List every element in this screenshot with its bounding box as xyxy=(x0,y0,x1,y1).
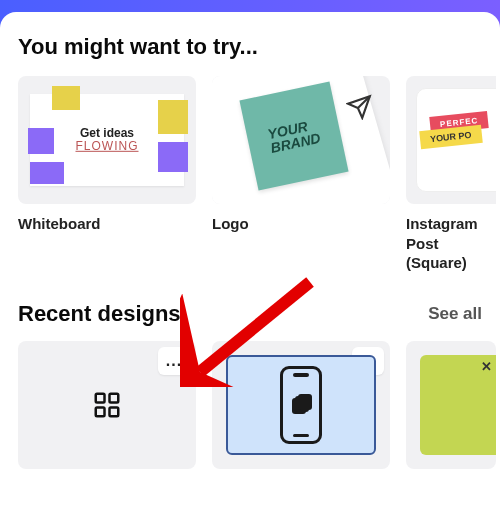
template-label-instagram: Instagram Post (Square) xyxy=(406,214,496,273)
template-card-logo[interactable]: YOUR BRAND Logo xyxy=(212,76,390,273)
recent-heading: Recent designs xyxy=(18,301,181,327)
whiteboard-art-text-2: FLOWING xyxy=(76,140,139,153)
paper-plane-icon xyxy=(346,94,372,120)
svg-rect-3 xyxy=(110,407,119,416)
ig-art-band-2: YOUR PO xyxy=(419,125,482,149)
svg-rect-0 xyxy=(96,393,105,402)
more-button[interactable]: ... xyxy=(158,347,190,375)
template-thumb-whiteboard: Get ideas FLOWING xyxy=(18,76,196,204)
grid-icon xyxy=(92,390,122,420)
see-all-link[interactable]: See all xyxy=(428,304,482,324)
stack-icon xyxy=(292,394,310,416)
recent-header: Recent designs See all xyxy=(18,301,500,327)
svg-rect-2 xyxy=(96,407,105,416)
phone-icon xyxy=(280,366,322,444)
template-thumb-logo: YOUR BRAND xyxy=(212,76,390,204)
home-panel: You might want to try... Get ideas FLOWI… xyxy=(0,12,500,530)
template-card-whiteboard[interactable]: Get ideas FLOWING Whiteboard xyxy=(18,76,196,273)
template-thumb-instagram: PERFEC YOUR PO xyxy=(406,76,496,204)
svg-rect-1 xyxy=(110,393,119,402)
close-icon: ✕ xyxy=(481,359,492,374)
recent-design-2[interactable]: ... xyxy=(212,341,390,469)
recent-design-3[interactable]: ✕ xyxy=(406,341,496,469)
template-card-instagram[interactable]: PERFEC YOUR PO Instagram Post (Square) xyxy=(406,76,496,273)
template-label-whiteboard: Whiteboard xyxy=(18,214,196,234)
recent-design-1[interactable]: ... xyxy=(18,341,196,469)
phone-artwork xyxy=(226,355,376,455)
suggestions-heading: You might want to try... xyxy=(18,34,500,60)
recent-row: ... ... xyxy=(18,341,500,469)
green-artwork: ✕ xyxy=(420,355,496,455)
templates-row: Get ideas FLOWING Whiteboard YOUR BRAND xyxy=(18,76,500,273)
template-label-logo: Logo xyxy=(212,214,390,234)
